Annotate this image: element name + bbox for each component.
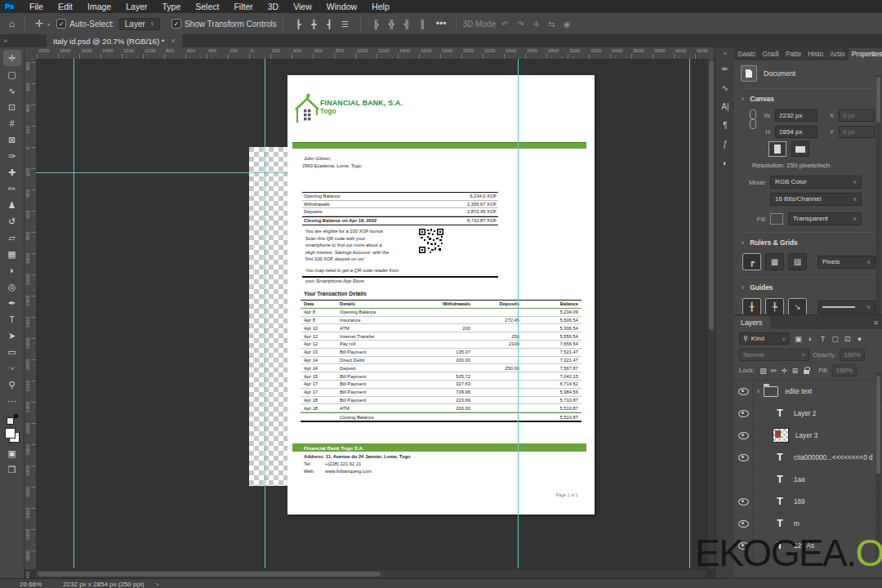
close-tab-icon[interactable]: × <box>171 37 175 45</box>
scrollbar-thumb[interactable] <box>709 60 714 330</box>
auto-select-target-dropdown[interactable]: Layer ∨ <box>119 18 160 30</box>
layers-menu-icon[interactable]: ≡ <box>874 318 882 329</box>
height-input[interactable]: 2854 px <box>775 126 817 138</box>
lock-pixels-icon[interactable]: ✏ <box>768 365 779 376</box>
glyphs-panel-icon[interactable]: ƒ <box>717 136 733 152</box>
distribute-right-icon[interactable]: ╣ <box>400 17 414 30</box>
statement-page[interactable]: FINANCIAL BANK, S.A. Togo John Citizen, … <box>287 75 595 514</box>
lock-artboard-icon[interactable]: ⊞ <box>790 365 800 376</box>
show-transform-checkbox[interactable]: ✓ <box>172 19 181 29</box>
layer-name[interactable]: edite text <box>785 388 812 395</box>
frame-tool[interactable]: ⊠ <box>3 131 21 148</box>
color-mode-dropdown[interactable]: RGB Color ∨ <box>770 176 862 189</box>
link-dimensions-icon[interactable] <box>749 109 755 131</box>
lock-guides-button[interactable]: ╄ <box>765 298 784 315</box>
toggle-pixel-grid-button[interactable]: ▨ <box>788 253 807 270</box>
text-layer-thumbnail[interactable]: T <box>773 495 787 508</box>
type-tool[interactable]: T <box>3 311 21 327</box>
swap-colors-icon[interactable] <box>7 414 18 424</box>
home-icon[interactable]: ⌂ <box>5 18 19 29</box>
more-options-icon[interactable]: ••• <box>432 18 451 29</box>
layer-row[interactable]: ∨ T edite text <box>734 381 882 403</box>
move-tool[interactable]: ✛ <box>3 50 21 66</box>
landscape-orientation-button[interactable] <box>791 141 809 157</box>
toggle-guides-button[interactable]: ╂ <box>742 298 761 315</box>
brushes-panel-icon[interactable]: ∿ <box>717 79 733 96</box>
hand-tool[interactable]: ☞ <box>3 360 21 376</box>
layers-tab[interactable]: Layers <box>734 316 770 329</box>
screen-mode-button[interactable]: ❐ <box>3 461 21 478</box>
fill-dropdown[interactable]: Transparent ∨ <box>788 212 862 225</box>
dodge-tool[interactable]: ◎ <box>3 278 21 295</box>
lock-all-icon[interactable] <box>804 367 810 374</box>
clone-stamp-tool[interactable]: ♟ <box>3 197 21 213</box>
pen-tool[interactable]: ✒ <box>3 295 21 311</box>
opacity-input[interactable]: 100% <box>840 349 864 361</box>
layer-visibility-toggle[interactable] <box>734 425 753 446</box>
zoom-level[interactable]: 20.66% <box>20 581 42 588</box>
layer-row[interactable]: ∨ T 169 <box>734 491 882 513</box>
filter-adjustment-layers-icon[interactable]: ◐ <box>804 333 817 345</box>
character-panel-icon[interactable]: A| <box>717 98 733 114</box>
filter-pixel-layers-icon[interactable]: ▣ <box>792 333 804 345</box>
panel-tab[interactable]: Gradi <box>760 48 782 60</box>
guide-vertical-1[interactable] <box>74 59 74 568</box>
collapse-dock-icon[interactable]: « <box>724 50 727 57</box>
edit-toolbar[interactable]: ⋯ <box>3 393 21 409</box>
tab-overflow-icon[interactable]: » <box>3 37 7 45</box>
eyedropper-tool[interactable]: ✑ <box>3 148 21 164</box>
history-brush-tool[interactable]: ↺ <box>3 213 21 229</box>
group-expand-chevron-icon[interactable]: ∨ <box>756 388 760 394</box>
libraries-panel-icon[interactable]: ◐ <box>717 154 733 171</box>
layer-name[interactable]: cita000000...<<<<<<<<0 d <box>794 454 873 461</box>
fill-swatch[interactable] <box>770 213 783 225</box>
foreground-color-swatch[interactable] <box>5 428 16 439</box>
menu-item[interactable]: Image <box>80 0 118 13</box>
rulers-grids-section-header[interactable]: ∨ Rulers & Grids <box>741 232 875 252</box>
brush-settings-panel-icon[interactable]: ✏ <box>717 60 733 77</box>
auto-select-checkbox[interactable]: ✓ <box>56 19 66 29</box>
lock-position-icon[interactable]: ✛ <box>779 365 790 376</box>
layer-name[interactable]: m <box>794 520 800 528</box>
menu-item[interactable]: Window <box>319 0 364 13</box>
ruler-units-dropdown[interactable]: Pixels ∨ <box>817 256 875 269</box>
clear-guides-button[interactable]: ↘ <box>788 298 807 315</box>
rectangle-tool[interactable]: ▭ <box>3 344 21 360</box>
menu-item[interactable]: Type <box>154 0 188 13</box>
vertical-scrollbar[interactable] <box>708 59 715 569</box>
guide-horizontal-1[interactable] <box>36 172 287 173</box>
zoom-tool[interactable]: ⚲ <box>3 376 21 393</box>
layer-visibility-toggle[interactable] <box>734 469 753 490</box>
layer-name[interactable]: 169 <box>794 498 805 506</box>
document-target-row[interactable]: Document <box>741 65 875 82</box>
toggle-grid-button[interactable]: ▦ <box>765 253 784 270</box>
scrollbar-thumb[interactable] <box>38 572 381 577</box>
filter-type-layers-icon[interactable]: T <box>817 333 829 345</box>
layer-name[interactable]: 1aa <box>794 476 805 483</box>
object-selection-tool[interactable]: ⊡ <box>3 99 21 115</box>
document-tab[interactable]: Italy id.psd @ 20.7% (RGB/16) * × <box>47 34 182 47</box>
layer-visibility-toggle[interactable] <box>734 403 753 424</box>
gradient-tool[interactable]: ▦ <box>3 246 21 262</box>
horizontal-scrollbar[interactable] <box>36 570 706 577</box>
guides-section-header[interactable]: ∨ Guides <box>741 277 875 296</box>
lasso-tool[interactable]: ∿ <box>3 82 21 99</box>
crop-tool[interactable]: # <box>3 115 21 131</box>
fill-opacity-input[interactable]: 100% <box>832 364 857 376</box>
lock-transparency-icon[interactable]: ▨ <box>758 365 768 376</box>
guide-vertical-4[interactable] <box>689 59 690 568</box>
layer-row[interactable]: ∨ T Layer 3 <box>734 425 882 447</box>
image-layer-thumbnail[interactable] <box>773 428 789 443</box>
menu-item[interactable]: Layer <box>118 0 154 13</box>
blend-mode-dropdown[interactable]: Normal ∨ <box>739 349 809 361</box>
panel-tab[interactable]: Histo <box>804 48 826 60</box>
align-left-icon[interactable]: ┣ <box>292 17 305 30</box>
distribute-vertical-icon[interactable]: ║ <box>416 17 430 30</box>
bit-depth-dropdown[interactable]: 16 Bits/Channel ∨ <box>770 193 862 206</box>
menu-item[interactable]: 3D <box>261 0 286 13</box>
text-layer-thumbnail[interactable]: T <box>773 473 787 486</box>
filter-shape-layers-icon[interactable]: ▢ <box>829 333 841 345</box>
layer-row[interactable]: ∨ T 1aa <box>734 469 882 491</box>
layer-visibility-toggle[interactable] <box>734 447 753 468</box>
layer-visibility-toggle[interactable] <box>734 381 753 402</box>
